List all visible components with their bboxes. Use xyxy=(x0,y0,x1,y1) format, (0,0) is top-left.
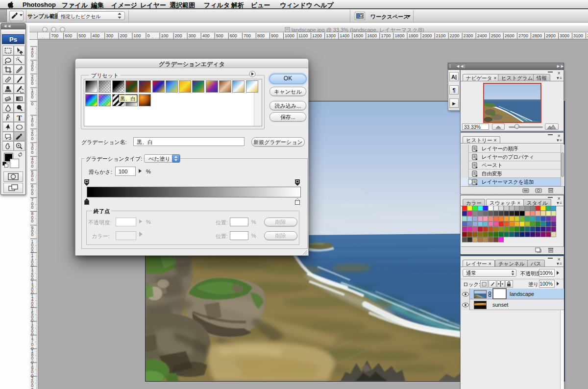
svg-text:3100: 3100 xyxy=(573,33,583,38)
svg-text:300: 300 xyxy=(189,33,196,38)
svg-text:0: 0 xyxy=(31,205,34,210)
svg-text:2500: 2500 xyxy=(491,33,501,38)
svg-text:1900: 1900 xyxy=(409,33,418,38)
svg-text:0: 0 xyxy=(31,150,34,155)
svg-text:0: 0 xyxy=(31,177,34,182)
svg-text:0: 0 xyxy=(31,387,34,389)
svg-text:2800: 2800 xyxy=(532,33,542,38)
svg-text:0: 0 xyxy=(31,191,34,196)
svg-text:1000: 1000 xyxy=(285,33,294,38)
svg-text:100: 100 xyxy=(133,33,141,38)
svg-text:1200: 1200 xyxy=(312,33,322,38)
svg-text:700: 700 xyxy=(51,33,58,38)
svg-text:500: 500 xyxy=(78,33,86,38)
svg-text:1400: 1400 xyxy=(340,33,349,38)
svg-text:2200: 2200 xyxy=(450,33,460,38)
svg-text:200: 200 xyxy=(120,33,127,38)
svg-text:1500: 1500 xyxy=(353,33,363,38)
svg-text:0: 0 xyxy=(31,164,34,169)
svg-text:1600: 1600 xyxy=(367,33,377,38)
svg-text:0: 0 xyxy=(31,101,34,106)
svg-text:0: 0 xyxy=(31,95,34,99)
svg-text:500: 500 xyxy=(216,33,223,38)
svg-text:800: 800 xyxy=(257,33,265,38)
svg-text:600: 600 xyxy=(230,33,237,38)
svg-text:200: 200 xyxy=(175,33,182,38)
svg-text:T: T xyxy=(17,114,22,122)
svg-text:0: 0 xyxy=(31,122,34,127)
svg-text:300: 300 xyxy=(106,33,113,38)
svg-text:1700: 1700 xyxy=(381,33,391,38)
svg-text:700: 700 xyxy=(244,33,251,38)
svg-text:1100: 1100 xyxy=(298,33,308,38)
svg-text:400: 400 xyxy=(92,33,99,38)
svg-text:2700: 2700 xyxy=(518,33,528,38)
svg-text:1300: 1300 xyxy=(326,33,336,38)
svg-text:1800: 1800 xyxy=(394,33,404,38)
svg-text:2300: 2300 xyxy=(464,33,473,38)
svg-text:0: 0 xyxy=(31,81,34,86)
svg-text:2100: 2100 xyxy=(436,33,446,38)
svg-text:0: 0 xyxy=(31,136,34,141)
svg-text:900: 900 xyxy=(271,33,278,38)
svg-text:3000: 3000 xyxy=(560,33,569,38)
svg-text:2900: 2900 xyxy=(546,33,556,38)
svg-text:2000: 2000 xyxy=(422,33,432,38)
svg-text:100: 100 xyxy=(161,33,169,38)
svg-text:2600: 2600 xyxy=(505,33,514,38)
svg-text:0: 0 xyxy=(31,67,34,72)
svg-text:0: 0 xyxy=(31,232,34,237)
svg-text:400: 400 xyxy=(202,33,210,38)
svg-text:0: 0 xyxy=(31,219,34,223)
svg-text:600: 600 xyxy=(65,33,72,38)
svg-text:0: 0 xyxy=(147,33,150,38)
svg-text:0: 0 xyxy=(31,53,34,58)
svg-text:2400: 2400 xyxy=(477,33,487,38)
